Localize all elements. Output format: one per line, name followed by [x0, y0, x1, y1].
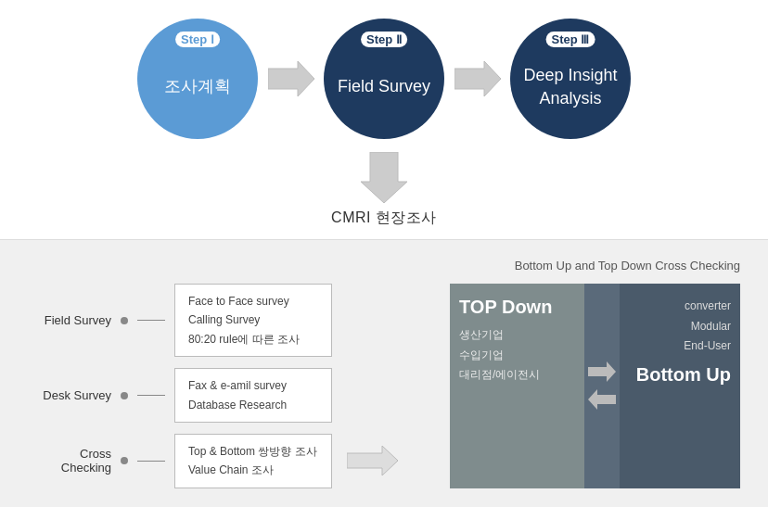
top-down-items: 생산기업수입기업대리점/에이전시: [459, 325, 575, 386]
field-survey-dot: [121, 317, 128, 324]
desk-survey-label: Desk Survey: [28, 388, 111, 402]
step-2-circle: Step Ⅱ Field Survey: [324, 19, 444, 139]
steps-row: Step Ⅰ 조사계획 Step Ⅱ Field Survey Step Ⅲ D…: [137, 19, 631, 139]
step-1-text: 조사계획: [164, 75, 231, 98]
desk-survey-dot: [121, 392, 128, 399]
cross-check-area: TOP Down 생산기업수입기업대리점/에이전시: [450, 284, 740, 488]
bottom-content: Field Survey Face to Face surveyCalling …: [28, 284, 740, 488]
step-2-label: Step Ⅱ: [361, 32, 407, 47]
top-section: Step Ⅰ 조사계획 Step Ⅱ Field Survey Step Ⅲ D…: [0, 0, 768, 239]
field-survey-dash: [137, 320, 165, 321]
arrow-right-1: [265, 60, 316, 97]
survey-row-cross: Cross Checking Top & Bottom 쌍방향 조사Value …: [28, 434, 431, 488]
cross-survey-box: Top & Bottom 쌍방향 조사Value Chain 조사: [174, 434, 332, 488]
svg-marker-5: [588, 389, 616, 410]
svg-marker-0: [268, 61, 314, 96]
step-3-circle: Step Ⅲ Deep InsightAnalysis: [510, 19, 631, 139]
cmri-label: CMRI 현장조사: [331, 209, 437, 228]
desk-survey-dash: [137, 395, 165, 396]
field-survey-label: Field Survey: [28, 313, 111, 327]
step-1-circle: Step Ⅰ 조사계획: [137, 19, 258, 139]
cross-survey-dash: [137, 461, 165, 462]
survey-row-desk: Desk Survey Fax & e-amil surveyDatabase …: [28, 368, 431, 423]
arrow-down-wrapper: CMRI 현장조사: [331, 152, 437, 228]
arrows-middle: [584, 284, 620, 488]
step-2-text: Field Survey: [338, 75, 430, 98]
cross-survey-label: Cross Checking: [28, 447, 111, 475]
top-down-title: TOP Down: [459, 297, 575, 318]
bottom-title: Bottom Up and Top Down Cross Checking: [28, 259, 740, 272]
svg-marker-2: [361, 152, 407, 203]
svg-marker-1: [454, 61, 501, 96]
bottom-section: Bottom Up and Top Down Cross Checking Fi…: [0, 239, 768, 507]
bottom-up-items: converterModularEnd-User: [629, 297, 731, 357]
svg-marker-3: [347, 446, 398, 475]
cross-survey-dot: [121, 457, 128, 464]
step-1-label: Step Ⅰ: [175, 32, 220, 47]
field-survey-box: Face to Face surveyCalling Survey80:20 r…: [174, 284, 332, 357]
survey-row-field: Field Survey Face to Face surveyCalling …: [28, 284, 431, 357]
step-3-text: Deep InsightAnalysis: [523, 64, 617, 110]
desk-survey-box: Fax & e-amil surveyDatabase Research: [174, 368, 332, 423]
survey-list: Field Survey Face to Face surveyCalling …: [28, 284, 431, 488]
svg-marker-4: [588, 361, 616, 382]
arrow-right-2: [452, 60, 503, 97]
arrow-down-icon: [361, 152, 407, 207]
step-3-label: Step Ⅲ: [546, 32, 595, 47]
cross-arrow-right: [347, 446, 398, 475]
bottom-up-title: Bottom Up: [629, 364, 731, 386]
bottom-up-box: converterModularEnd-User Bottom Up: [620, 284, 740, 488]
top-down-box: TOP Down 생산기업수입기업대리점/에이전시: [450, 284, 584, 488]
